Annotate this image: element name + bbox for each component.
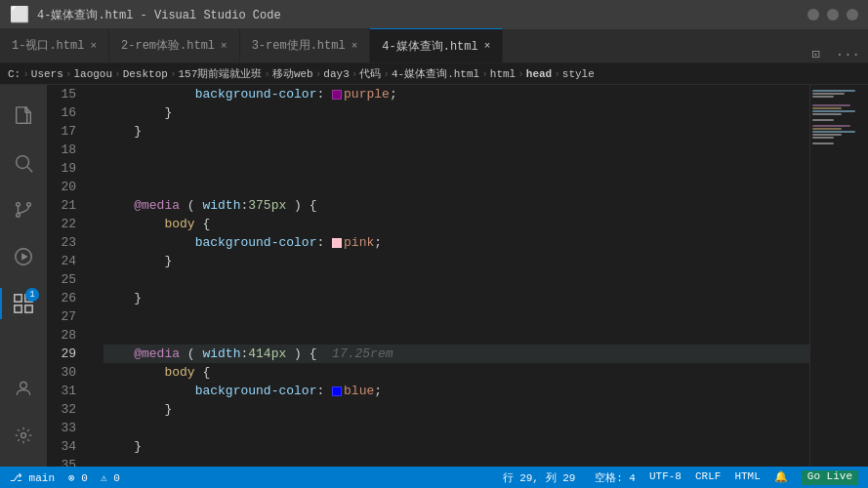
activity-search-icon[interactable] xyxy=(0,140,47,186)
line-number-34: 34 xyxy=(47,437,88,456)
breadcrumb-file[interactable]: 4-媒体查询.html xyxy=(392,66,479,81)
more-actions-button[interactable]: ··· xyxy=(828,47,868,62)
minimap xyxy=(809,85,868,467)
minimap-line-2 xyxy=(812,96,834,98)
svg-point-3 xyxy=(17,156,29,169)
tab-1-视口[interactable]: 1-视口.html × xyxy=(0,28,109,62)
minimap-line-1 xyxy=(812,93,845,95)
tab-2-rem体验[interactable]: 2-rem体验.html × xyxy=(109,28,240,62)
code-editor[interactable]: 1516171819202122232425262728293031323334… xyxy=(47,85,809,467)
activity-files-icon[interactable] xyxy=(0,93,47,140)
line-number-21: 21 xyxy=(47,196,88,215)
code-line-30[interactable]: body { xyxy=(103,363,809,382)
svg-point-7 xyxy=(17,214,21,218)
close-button[interactable] xyxy=(847,9,858,20)
line-number-18: 18 xyxy=(47,141,88,159)
activity-bar: 1 xyxy=(0,85,47,467)
notifications-status[interactable]: 🔔 xyxy=(774,470,788,485)
breadcrumb-day3[interactable]: day3 xyxy=(323,68,349,80)
line-ending-status[interactable]: CRLF xyxy=(695,470,721,485)
tab-2-close[interactable]: × xyxy=(221,40,227,52)
line-numbers: 1516171819202122232425262728293031323334… xyxy=(47,85,96,467)
errors-status[interactable]: ⊗ 0 ⚠ 0 xyxy=(68,471,120,484)
line-number-31: 31 xyxy=(47,382,88,400)
code-line-22[interactable]: body { xyxy=(103,215,809,233)
svg-marker-10 xyxy=(21,253,27,260)
svg-line-4 xyxy=(27,167,32,172)
code-line-15[interactable]: background-color: purple; xyxy=(103,85,809,103)
title-bar-text: 4-媒体查询.html - Visual Studio Code xyxy=(37,7,281,23)
code-line-17[interactable]: } xyxy=(103,122,809,141)
minimap-line-7 xyxy=(812,110,855,112)
code-line-23[interactable]: background-color: pink; xyxy=(103,233,809,252)
svg-point-6 xyxy=(27,203,31,207)
breadcrumb-style[interactable]: style xyxy=(562,68,595,80)
svg-rect-13 xyxy=(15,305,21,312)
live-server-status[interactable]: Go Live xyxy=(802,470,858,485)
status-bar: ⎇ main ⊗ 0 ⚠ 0 行 29, 列 29 空格: 4 UTF-8 CR… xyxy=(0,467,868,488)
code-line-27[interactable] xyxy=(103,307,809,326)
activity-source-control-icon[interactable] xyxy=(0,186,47,233)
color-swatch xyxy=(332,386,342,396)
code-line-19[interactable] xyxy=(103,159,809,178)
activity-settings-icon[interactable] xyxy=(0,412,47,459)
language-status[interactable]: HTML xyxy=(734,470,760,485)
breadcrumb-desktop[interactable]: Desktop xyxy=(123,68,168,80)
code-line-35[interactable] xyxy=(103,456,809,467)
title-bar-controls[interactable] xyxy=(807,9,858,20)
code-line-28[interactable] xyxy=(103,326,809,345)
status-bar-right: 行 29, 列 29 空格: 4 UTF-8 CRLF HTML 🔔 Go Li… xyxy=(503,470,858,485)
tab-4-label: 4-媒体查询.html xyxy=(382,38,477,55)
tab-3-label: 3-rem使用.html xyxy=(252,37,346,54)
encoding-status[interactable]: UTF-8 xyxy=(649,470,682,485)
activity-debug-icon[interactable] xyxy=(0,233,47,280)
breadcrumb-c[interactable]: C: xyxy=(8,68,21,80)
code-line-29[interactable]: @media ( width:414px ) { 17.25rem xyxy=(103,345,809,363)
code-line-21[interactable]: @media ( width:375px ) { xyxy=(103,196,809,215)
line-number-29: 29 xyxy=(47,345,88,363)
maximize-button[interactable] xyxy=(827,9,839,20)
code-line-26[interactable]: } xyxy=(103,289,809,307)
code-line-31[interactable]: background-color: blue; xyxy=(103,382,809,400)
tab-3-rem使用[interactable]: 3-rem使用.html × xyxy=(240,28,371,62)
breadcrumb-mobileweb[interactable]: 移动web xyxy=(272,66,313,81)
breadcrumb-laogou[interactable]: laogou xyxy=(73,68,112,80)
code-line-18[interactable] xyxy=(103,141,809,159)
code-line-16[interactable]: } xyxy=(103,103,809,122)
split-editor-button[interactable]: ⊡ xyxy=(804,46,827,62)
tab-4-媒体查询[interactable]: 4-媒体查询.html × xyxy=(370,28,503,62)
minimap-line-18 xyxy=(812,142,834,144)
breadcrumb-html[interactable]: html xyxy=(490,68,516,80)
code-line-32[interactable]: } xyxy=(103,400,809,419)
minimize-button[interactable] xyxy=(807,9,819,20)
git-branch-status[interactable]: ⎇ main xyxy=(10,471,55,484)
code-line-24[interactable]: } xyxy=(103,252,809,270)
line-number-30: 30 xyxy=(47,363,88,382)
activity-extensions-icon[interactable]: 1 xyxy=(0,280,47,327)
code-line-25[interactable] xyxy=(103,270,809,289)
activity-account-icon[interactable] xyxy=(0,365,47,412)
code-content[interactable]: background-color: purple; } } @media ( w… xyxy=(96,85,809,467)
line-number-27: 27 xyxy=(47,307,88,326)
code-line-20[interactable] xyxy=(103,178,809,196)
color-swatch xyxy=(332,238,342,248)
tab-1-close[interactable]: × xyxy=(90,40,97,52)
line-number-23: 23 xyxy=(47,233,88,252)
code-line-33[interactable] xyxy=(103,419,809,437)
minimap-line-6 xyxy=(812,107,842,109)
breadcrumb-users[interactable]: Users xyxy=(31,68,63,80)
breadcrumb-head[interactable]: head xyxy=(526,68,552,80)
code-line-34[interactable]: } xyxy=(103,437,809,456)
line-number-33: 33 xyxy=(47,419,88,437)
line-number-17: 17 xyxy=(47,122,88,141)
color-swatch xyxy=(332,90,342,100)
line-number-22: 22 xyxy=(47,215,88,233)
tab-4-close[interactable]: × xyxy=(484,40,491,52)
svg-point-15 xyxy=(21,382,27,388)
cursor-position-status[interactable]: 行 29, 列 29 空格: 4 xyxy=(503,470,636,485)
breadcrumb-code[interactable]: 代码 xyxy=(359,66,381,81)
tab-3-close[interactable]: × xyxy=(351,40,358,52)
line-number-20: 20 xyxy=(47,178,88,196)
breadcrumb-class[interactable]: 157期前端就业班 xyxy=(178,66,262,81)
inline-hint: 17.25rem xyxy=(317,345,393,363)
